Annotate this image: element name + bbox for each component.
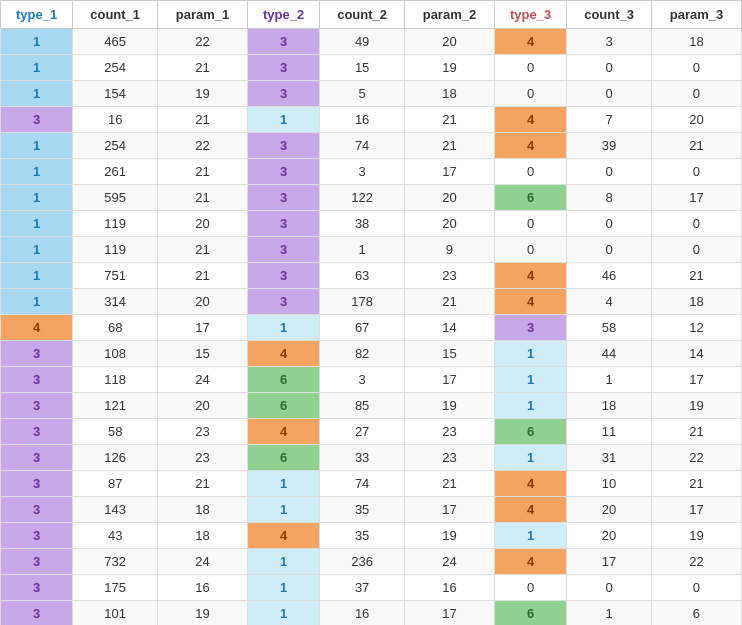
table-cell: 39	[567, 133, 652, 159]
table-cell: 67	[320, 315, 405, 341]
table-cell: 19	[651, 393, 741, 419]
table-cell: 3	[1, 497, 73, 523]
table-cell: 3	[1, 471, 73, 497]
table-cell: 6	[494, 185, 566, 211]
table-cell: 21	[404, 471, 494, 497]
table-cell: 3	[320, 159, 405, 185]
table-cell: 12	[651, 315, 741, 341]
header-type1: type_1	[1, 1, 73, 29]
table-cell: 0	[494, 575, 566, 601]
table-cell: 23	[158, 419, 248, 445]
table-cell: 22	[651, 549, 741, 575]
table-row: 1314203178214418	[1, 289, 742, 315]
table-cell: 126	[73, 445, 158, 471]
table-cell: 3	[247, 263, 319, 289]
table-cell: 18	[404, 81, 494, 107]
table-cell: 108	[73, 341, 158, 367]
table-cell: 31	[567, 445, 652, 471]
table-cell: 10	[567, 471, 652, 497]
table-cell: 22	[158, 29, 248, 55]
table-cell: 0	[651, 55, 741, 81]
table-row: 146522349204318	[1, 29, 742, 55]
table-cell: 1	[1, 29, 73, 55]
table-cell: 23	[404, 419, 494, 445]
table-cell: 1	[567, 367, 652, 393]
table-cell: 314	[73, 289, 158, 315]
table-cell: 4	[1, 315, 73, 341]
table-row: 111921319000	[1, 237, 742, 263]
table-cell: 6	[651, 601, 741, 626]
table-cell: 4	[494, 133, 566, 159]
table-cell: 37	[320, 575, 405, 601]
table-cell: 17	[404, 367, 494, 393]
table-cell: 11	[567, 419, 652, 445]
table-cell: 118	[73, 367, 158, 393]
table-cell: 18	[158, 497, 248, 523]
table-cell: 3	[1, 445, 73, 471]
header-type3: type_3	[494, 1, 566, 29]
table-row: 387211742141021	[1, 471, 742, 497]
table-cell: 15	[320, 55, 405, 81]
table-cell: 20	[158, 289, 248, 315]
table-row: 1154193518000	[1, 81, 742, 107]
table-cell: 1	[1, 263, 73, 289]
table-cell: 17	[651, 367, 741, 393]
table-cell: 1	[494, 367, 566, 393]
table-cell: 17	[158, 315, 248, 341]
table-cell: 4	[494, 289, 566, 315]
table-cell: 20	[567, 523, 652, 549]
table-cell: 19	[158, 81, 248, 107]
table-cell: 4	[247, 341, 319, 367]
table-cell: 68	[73, 315, 158, 341]
table-cell: 254	[73, 133, 158, 159]
table-cell: 0	[567, 55, 652, 81]
table-cell: 3	[247, 29, 319, 55]
table-cell: 3	[1, 523, 73, 549]
table-cell: 6	[247, 445, 319, 471]
table-cell: 0	[494, 55, 566, 81]
table-cell: 3	[1, 419, 73, 445]
table-cell: 44	[567, 341, 652, 367]
table-cell: 8	[567, 185, 652, 211]
table-cell: 1	[1, 81, 73, 107]
table-cell: 3	[1, 575, 73, 601]
table-cell: 1	[567, 601, 652, 626]
table-cell: 21	[651, 471, 741, 497]
table-cell: 1	[247, 471, 319, 497]
table-cell: 143	[73, 497, 158, 523]
table-cell: 17	[651, 497, 741, 523]
table-cell: 121	[73, 393, 158, 419]
table-cell: 74	[320, 133, 405, 159]
table-cell: 1	[1, 133, 73, 159]
table-cell: 3	[247, 289, 319, 315]
table-row: 11192033820000	[1, 211, 742, 237]
table-cell: 16	[158, 575, 248, 601]
table-cell: 21	[158, 159, 248, 185]
table-cell: 20	[404, 29, 494, 55]
table-cell: 6	[247, 393, 319, 419]
table-cell: 119	[73, 237, 158, 263]
table-cell: 0	[651, 81, 741, 107]
table-cell: 21	[158, 471, 248, 497]
table-cell: 24	[158, 549, 248, 575]
table-cell: 3	[247, 237, 319, 263]
table-cell: 16	[320, 601, 405, 626]
table-cell: 0	[494, 81, 566, 107]
table-cell: 0	[494, 211, 566, 237]
table-cell: 3	[247, 185, 319, 211]
table-cell: 119	[73, 211, 158, 237]
table-cell: 4	[494, 549, 566, 575]
table-cell: 595	[73, 185, 158, 211]
table-cell: 19	[404, 393, 494, 419]
table-cell: 101	[73, 601, 158, 626]
header-count2: count_2	[320, 1, 405, 29]
table-cell: 1	[1, 211, 73, 237]
table-cell: 0	[494, 237, 566, 263]
table-row: 1595213122206817	[1, 185, 742, 211]
table-cell: 20	[567, 497, 652, 523]
table-cell: 3	[247, 159, 319, 185]
table-cell: 3	[1, 367, 73, 393]
table-cell: 19	[404, 523, 494, 549]
table-cell: 3	[320, 367, 405, 393]
table-cell: 0	[567, 211, 652, 237]
